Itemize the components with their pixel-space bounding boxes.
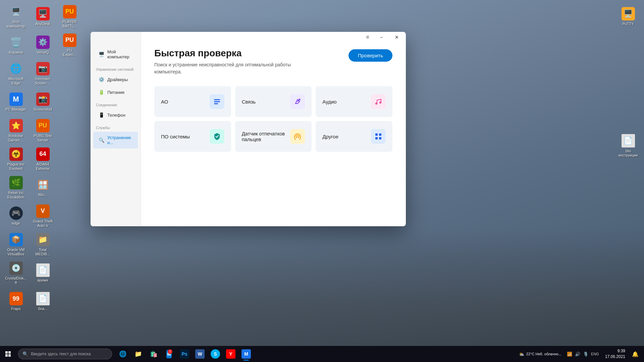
main-title: Быстрая проверка xyxy=(154,48,315,59)
weather-text: 22°C Неб. облачно... xyxy=(526,352,561,356)
icon-pc-manager[interactable]: M PC Manager xyxy=(3,89,29,116)
language-label: ENG xyxy=(591,352,599,356)
sidebar-section-services: Службы xyxy=(91,122,141,131)
icon-total[interactable]: 📁 TotalMEDIB... xyxy=(30,231,55,258)
network-icon[interactable]: 📶 xyxy=(567,352,572,357)
icon-pubg-battle[interactable]: PU PLAYERBATTL... xyxy=(57,3,82,30)
icon-steam[interactable]: 🎮 edge xyxy=(3,203,29,230)
sidebar-item-troubleshoot[interactable]: 🔍 Устранение н... xyxy=(93,132,138,148)
sidebar-item-phone[interactable]: 📱 Телефон xyxy=(93,109,138,121)
sidebar-item-my-computer[interactable]: 🖥️ Мой компьютер xyxy=(93,46,138,63)
systray-icons: 📶 🔊 🎙️ ENG xyxy=(566,352,600,357)
icon-recycle-bin[interactable]: 🗑️ Корзина xyxy=(3,32,29,59)
icon-putty[interactable]: 🖥️ PuTTY xyxy=(615,3,641,30)
cards-grid: АО Связь xyxy=(154,86,392,152)
icon-oracle-vm[interactable]: 📦 Oracle VMVirtualBox xyxy=(3,231,29,258)
svg-rect-11 xyxy=(8,351,11,354)
window-close-button[interactable]: ✕ xyxy=(389,32,405,43)
icon-1ko[interactable]: 📄 1koинструкции xyxy=(615,132,641,159)
card-ao-icon xyxy=(210,94,224,109)
icon-pubg-test[interactable]: PU PUBG TestServer xyxy=(30,117,55,144)
icon-plague-inc[interactable]: ☣️ Plague IncEvolved xyxy=(3,146,29,173)
taskbar-app-explorer[interactable]: 📁 xyxy=(131,347,146,361)
card-audio[interactable]: Аудио xyxy=(316,86,392,117)
icon-pubg-exp[interactable]: PU PUExperi... xyxy=(57,32,82,59)
taskbar-app-imshow[interactable]: M xyxy=(239,347,254,361)
icon-anydesk[interactable]: 🖥️ AnyDesk xyxy=(30,3,55,30)
check-button[interactable]: Проверить xyxy=(348,49,392,62)
card-system-software-icon xyxy=(210,129,224,144)
taskbar: 🔍 Введите здесь текст для поиска 🌐 📁 🛍️ … xyxy=(0,346,644,362)
computer-icon: 🖥️ xyxy=(99,52,104,57)
svg-rect-2 xyxy=(214,103,218,104)
taskbar-app-yandex[interactable]: Y xyxy=(223,347,238,361)
search-icon: 🔍 xyxy=(22,351,28,357)
weather-icon: ⛅ xyxy=(519,352,524,357)
systray: ⛅ 22°C Неб. облачно... xyxy=(516,352,564,357)
power-icon: 🔋 xyxy=(99,89,104,95)
card-connection[interactable]: Связь xyxy=(235,86,312,117)
main-header-text: Быстрая проверка Поиск и устранение неис… xyxy=(154,48,315,75)
main-header: Быстрая проверка Поиск и устранение неис… xyxy=(154,48,392,75)
sidebar-section-manage: Управление системой xyxy=(91,63,141,73)
svg-rect-6 xyxy=(375,133,378,136)
dialog-window: ≡ − ✕ 🖥️ Мой компьютер Управление систем… xyxy=(91,32,406,226)
card-system-software[interactable]: ПО системы xyxy=(154,121,231,152)
svg-rect-10 xyxy=(5,351,8,354)
svg-rect-13 xyxy=(8,354,11,357)
notification-button[interactable]: 🔔 xyxy=(630,349,641,359)
taskbar-clock[interactable]: 9:39 17.06.2021 xyxy=(602,348,629,360)
card-audio-icon xyxy=(371,94,386,109)
card-connection-icon xyxy=(290,94,305,109)
card-fingerprint-icon xyxy=(290,129,305,144)
taskbar-app-ps[interactable]: Ps xyxy=(177,347,192,361)
volume-icon[interactable]: 🔊 xyxy=(575,352,580,357)
icon-icecream-screen[interactable]: 📷 IcecreamScreen ... xyxy=(30,60,55,87)
card-other[interactable]: Другое xyxy=(316,121,392,152)
sidebar-item-power[interactable]: 🔋 Питание xyxy=(93,86,138,98)
icon-verseq[interactable]: ⚙️ VerseQ xyxy=(30,32,55,59)
taskbar-app-store[interactable]: 🛍️ xyxy=(146,347,161,361)
phone-icon: 📱 xyxy=(99,112,104,118)
icon-vremya[interactable]: 📄 время xyxy=(30,260,55,287)
sidebar-section-connection: Соединение xyxy=(91,99,141,108)
mic-icon[interactable]: 🎙️ xyxy=(583,352,588,357)
drivers-icon: ⚙️ xyxy=(99,77,104,82)
main-subtitle: Поиск и устранение неисправностей для оп… xyxy=(154,61,315,75)
card-other-icon xyxy=(371,129,386,144)
taskbar-search-bar[interactable]: 🔍 Введите здесь текст для поиска xyxy=(18,349,112,359)
svg-point-4 xyxy=(375,103,377,105)
icon-blank1[interactable]: 📄 бла... xyxy=(30,288,55,315)
taskbar-apps: 🌐 📁 🛍️ ✉ 2 Ps W S xyxy=(115,347,254,361)
search-placeholder: Введите здесь текст для поиска xyxy=(31,352,91,356)
icon-fraps[interactable]: 99 Fraps xyxy=(3,288,29,315)
card-fingerprint[interactable]: Датчик отпечатков пальцев xyxy=(235,121,312,152)
notification-icon: 🔔 xyxy=(632,351,639,357)
card-ao[interactable]: АО xyxy=(154,86,231,117)
svg-rect-0 xyxy=(214,99,220,100)
taskbar-app-edge[interactable]: 🌐 xyxy=(115,347,130,361)
svg-rect-12 xyxy=(5,354,8,357)
icon-screenshot[interactable]: 📸 Screenshot xyxy=(30,89,55,116)
icon-windows[interactable]: 🪟 Win... xyxy=(30,174,55,201)
icon-this-computer[interactable]: 🖥️ Этоткомпьютер xyxy=(3,3,29,30)
svg-point-5 xyxy=(379,102,381,104)
svg-rect-7 xyxy=(379,133,381,136)
taskbar-app-word[interactable]: W xyxy=(193,347,207,361)
icon-rebel-inc[interactable]: 🌿 Rebel IncEscalation xyxy=(3,174,29,201)
icon-aida64[interactable]: 64 AIDA64Extreme xyxy=(30,146,55,173)
desktop-icons-right: 🖥️ PuTTY 📄 1koинструкции xyxy=(615,3,641,159)
svg-rect-1 xyxy=(214,101,220,102)
taskbar-app-mail[interactable]: ✉ 2 xyxy=(162,347,176,361)
window-minimize-button[interactable]: − xyxy=(374,32,389,43)
icon-rockstar[interactable]: ⭐ RockstarGames ... xyxy=(3,117,29,144)
taskbar-app-skype[interactable]: S xyxy=(208,347,223,361)
svg-rect-8 xyxy=(375,137,378,139)
window-menu-button[interactable]: ≡ xyxy=(362,32,374,43)
icon-gta5[interactable]: V Grand TheftAuto V xyxy=(30,203,55,230)
sidebar-item-drivers[interactable]: ⚙️ Драйверы xyxy=(93,73,138,85)
icon-edge[interactable]: 🌐 MicrosoftEdge xyxy=(3,60,29,87)
start-button[interactable] xyxy=(0,346,16,362)
icon-crystaldisk[interactable]: 💿 CrystalDisk...8 xyxy=(3,260,29,287)
dialog-sidebar: 🖥️ Мой компьютер Управление системой ⚙️ … xyxy=(91,32,141,226)
